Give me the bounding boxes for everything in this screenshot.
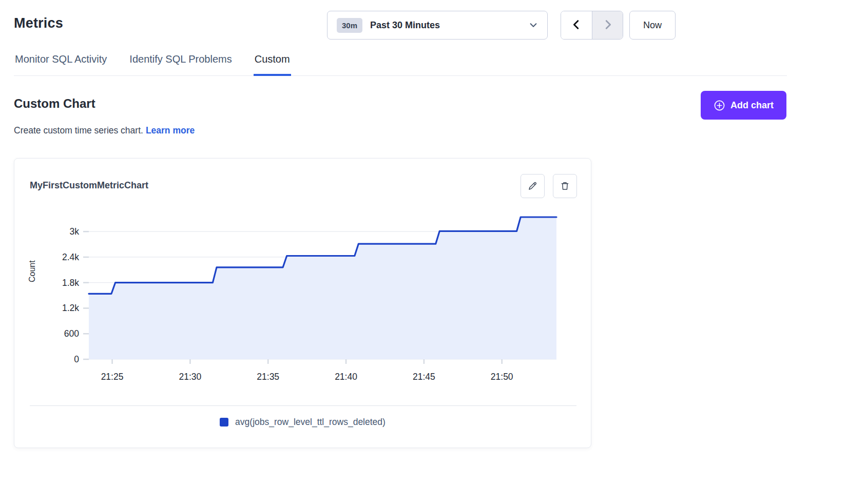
svg-text:1.8k: 1.8k [62,278,79,288]
svg-text:21:25: 21:25 [101,372,124,382]
edit-chart-button[interactable] [521,174,545,198]
tab-identify-sql-problems[interactable]: Identify SQL Problems [128,51,233,76]
custom-chart-plot: 06001.2k1.8k2.4k3k21:2521:3021:3521:4021… [40,204,579,400]
svg-text:21:35: 21:35 [257,372,279,382]
svg-text:21:40: 21:40 [335,372,357,382]
chevron-down-icon [529,21,538,30]
card-actions [521,174,577,198]
trash-icon [560,181,570,191]
chart-area: Count 06001.2k1.8k2.4k3k21:2521:3021:352… [14,204,591,400]
card-header: MyFirstCustomMetricChart [14,159,591,198]
chart-legend[interactable]: avg(jobs_row_level_ttl_rows_deleted) [14,406,591,438]
section-subtitle: Create custom time series chart.Learn mo… [14,125,195,136]
svg-text:2.4k: 2.4k [62,252,79,262]
custom-chart-card: MyFirstCustomMetricChart Count 06001.2k1… [14,158,591,448]
plus-circle-icon [714,100,725,111]
page-title: Metrics [14,15,63,31]
legend-swatch [220,418,228,427]
time-range-label: Past 30 Minutes [370,20,440,31]
add-chart-button[interactable]: Add chart [701,91,786,120]
svg-text:1.2k: 1.2k [62,303,79,313]
learn-more-link[interactable]: Learn more [146,125,195,135]
pencil-icon [527,181,538,191]
legend-label: avg(jobs_row_level_ttl_rows_deleted) [235,417,386,428]
svg-text:3k: 3k [70,226,80,237]
svg-text:21:50: 21:50 [491,372,513,382]
next-time-button[interactable] [592,11,623,39]
chevron-right-icon [602,19,613,32]
svg-text:600: 600 [64,328,79,339]
section-title: Custom Chart [14,96,95,111]
time-range-badge: 30m [337,18,362,33]
subtitle-text: Create custom time series chart. [14,125,143,135]
metrics-page: Metrics 30m Past 30 Minutes Now Monitor … [0,0,847,504]
tab-custom[interactable]: Custom [254,51,291,76]
time-range-selector[interactable]: 30m Past 30 Minutes [327,11,548,40]
delete-chart-button[interactable] [553,174,577,198]
chevron-left-icon [571,19,582,32]
svg-text:21:45: 21:45 [413,372,435,382]
svg-text:21:30: 21:30 [179,372,201,382]
tab-monitor-sql-activity[interactable]: Monitor SQL Activity [14,51,108,76]
prev-time-button[interactable] [561,11,592,39]
svg-text:0: 0 [74,354,79,364]
metrics-tabs: Monitor SQL Activity Identify SQL Proble… [14,51,787,76]
add-chart-label: Add chart [730,100,774,111]
now-button[interactable]: Now [629,11,676,40]
y-axis-title: Count [28,260,37,282]
time-nav-group [561,11,623,40]
chart-title: MyFirstCustomMetricChart [30,174,148,191]
